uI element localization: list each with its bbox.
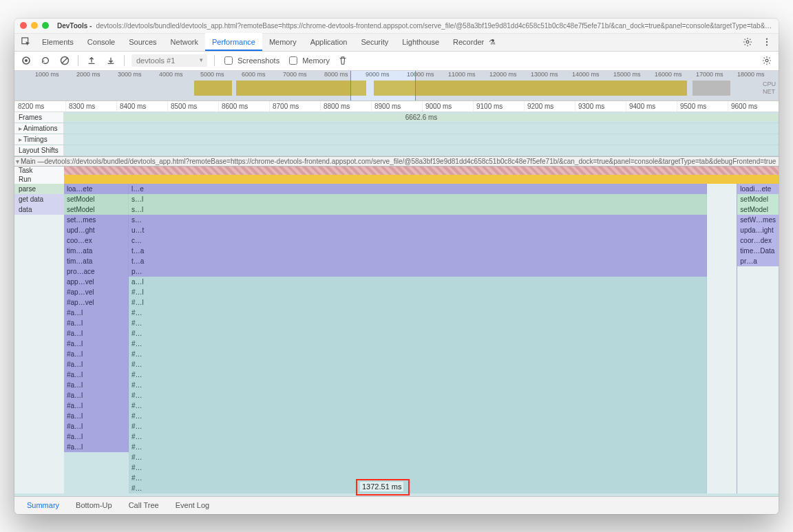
flame-bar[interactable]: pr…a <box>737 256 779 266</box>
overview-minimap[interactable]: 1000 ms2000 ms3000 ms4000 ms5000 ms6000 … <box>14 71 779 101</box>
flamechart[interactable]: 8200 ms8300 ms8400 ms8500 ms8600 ms8700 … <box>14 101 779 496</box>
flame-bar[interactable]: upda…ight <box>737 225 779 235</box>
flame-bar[interactable]: #a…l <box>64 328 129 339</box>
flame-bar[interactable]: #… <box>129 308 707 318</box>
memory-checkbox[interactable]: Memory <box>286 54 330 67</box>
flame-bar[interactable]: #… <box>129 462 707 473</box>
flame-bar[interactable]: #… <box>129 349 707 359</box>
recording-select[interactable]: devtools #1 <box>131 54 207 67</box>
flame-bar[interactable]: #a…l <box>64 339 129 349</box>
inspect-icon[interactable] <box>19 34 34 50</box>
flame-bar[interactable]: app…vel <box>64 277 129 287</box>
main-thread-header[interactable]: Main — devtools://devtools/bundled/devto… <box>14 156 779 167</box>
flame-bar[interactable]: #a…l <box>64 390 129 401</box>
flame-bar[interactable]: loadi…ete <box>737 184 779 194</box>
tab-lighthouse[interactable]: Lighthouse <box>395 33 446 51</box>
tab-recorder[interactable]: Recorder ⚗ <box>446 33 503 51</box>
flame-bar[interactable]: setW…mes <box>737 215 779 225</box>
flame-bar[interactable]: #a…l <box>64 432 129 442</box>
flame-bar[interactable]: setModel <box>64 194 129 204</box>
record-icon[interactable] <box>20 54 32 67</box>
flame-bar[interactable]: u…t <box>129 225 707 235</box>
minimize-window-button[interactable] <box>31 22 38 29</box>
flame-bar[interactable]: pro…ace <box>64 266 129 277</box>
flame-bar[interactable]: c… <box>129 235 707 246</box>
tab-application[interactable]: Application <box>304 33 355 51</box>
more-icon[interactable] <box>759 34 774 50</box>
tab-memory[interactable]: Memory <box>262 33 304 51</box>
flame-bar[interactable]: #… <box>129 339 707 349</box>
flame-bar[interactable]: #a…l <box>64 380 129 390</box>
download-icon[interactable] <box>105 54 117 67</box>
details-tab-eventlog[interactable]: Event Log <box>169 496 217 514</box>
flame-bar[interactable]: tim…ata <box>64 246 129 256</box>
flame-bar[interactable]: #… <box>129 390 707 401</box>
gear-icon[interactable] <box>740 34 755 50</box>
flame-bar[interactable]: #… <box>129 473 707 483</box>
flame-bar[interactable]: #a…l <box>64 349 129 359</box>
details-tab-summary[interactable]: Summary <box>20 496 66 514</box>
flame-bar[interactable]: #a…l <box>64 442 129 452</box>
flame-bar[interactable]: upd…ght <box>64 225 129 235</box>
flame-bar[interactable]: #… <box>129 483 707 493</box>
clear-icon[interactable] <box>59 54 71 67</box>
flame-bar[interactable]: #… <box>129 318 707 328</box>
trash-icon[interactable] <box>337 54 349 67</box>
flame-bar[interactable]: #… <box>129 359 707 370</box>
tab-network[interactable]: Network <box>164 33 205 51</box>
flame-bar[interactable]: setModel <box>737 194 779 204</box>
tab-sources[interactable]: Sources <box>122 33 163 51</box>
flame-bar[interactable]: l…e <box>129 184 707 194</box>
screenshots-checkbox[interactable]: Screenshots <box>222 54 279 67</box>
animations-track[interactable]: Animations <box>14 123 779 134</box>
flame-bar[interactable]: coo…ex <box>64 235 129 246</box>
flame-bar[interactable]: #… <box>129 452 707 462</box>
layout-shifts-track[interactable]: Layout Shifts <box>14 145 779 156</box>
flame-bar[interactable]: #a…l <box>64 308 129 318</box>
flame-bar[interactable]: s…l <box>129 204 707 215</box>
flame-bar[interactable]: #…l <box>129 287 707 297</box>
flame-bar[interactable]: #…l <box>129 297 707 308</box>
flame-bar[interactable]: #a…l <box>64 411 129 421</box>
flame-bar[interactable]: a…l <box>129 277 707 287</box>
details-tab-calltree[interactable]: Call Tree <box>122 496 166 514</box>
frames-track[interactable]: Frames 6662.6 ms <box>14 112 779 123</box>
flame-bar[interactable]: #… <box>129 401 707 411</box>
flame-bar[interactable]: tim…ata <box>64 256 129 266</box>
reload-icon[interactable] <box>39 54 52 67</box>
flame-bar[interactable]: #a…l <box>64 318 129 328</box>
zoom-window-button[interactable] <box>42 22 49 29</box>
flame-bar[interactable]: #a…l <box>64 370 129 380</box>
flame-bar[interactable]: set…mes <box>64 215 129 225</box>
flame-bar[interactable]: loa…ete <box>64 184 129 194</box>
flame-bar[interactable]: t…a <box>129 256 707 266</box>
flame-bar[interactable]: #… <box>129 421 707 432</box>
flame-bar[interactable]: #… <box>129 442 707 452</box>
flame-bar[interactable]: #… <box>129 370 707 380</box>
flame-bar[interactable]: s… <box>129 215 707 225</box>
flame-bar[interactable]: p… <box>129 266 707 277</box>
tab-console[interactable]: Console <box>81 33 122 51</box>
close-window-button[interactable] <box>20 22 27 29</box>
minimap-selection[interactable] <box>350 71 415 100</box>
flame-bar[interactable]: setModel <box>64 204 129 215</box>
flame-bar[interactable]: #a…l <box>64 421 129 432</box>
upload-icon[interactable] <box>85 54 98 67</box>
flame-bar[interactable]: #a…l <box>64 401 129 411</box>
flame-bar[interactable]: #ap…vel <box>64 297 129 308</box>
timings-track[interactable]: Timings <box>14 134 779 145</box>
flame-bar[interactable]: #… <box>129 411 707 421</box>
flame-bar[interactable]: coor…dex <box>737 235 779 246</box>
perf-settings-icon[interactable] <box>761 54 773 67</box>
tab-performance[interactable]: Performance <box>205 33 262 51</box>
tab-elements[interactable]: Elements <box>35 33 81 51</box>
flame-bar[interactable]: #… <box>129 380 707 390</box>
tab-security[interactable]: Security <box>354 33 395 51</box>
flame-bar[interactable]: s…l <box>129 194 707 204</box>
flame-bar[interactable]: #ap…vel <box>64 287 129 297</box>
flame-bar[interactable]: #… <box>129 328 707 339</box>
flame-bar[interactable]: setModel <box>737 204 779 215</box>
flame-bar[interactable]: t…a <box>129 246 707 256</box>
flame-bar[interactable]: #… <box>129 432 707 442</box>
flame-bar[interactable]: time…Data <box>737 246 779 256</box>
